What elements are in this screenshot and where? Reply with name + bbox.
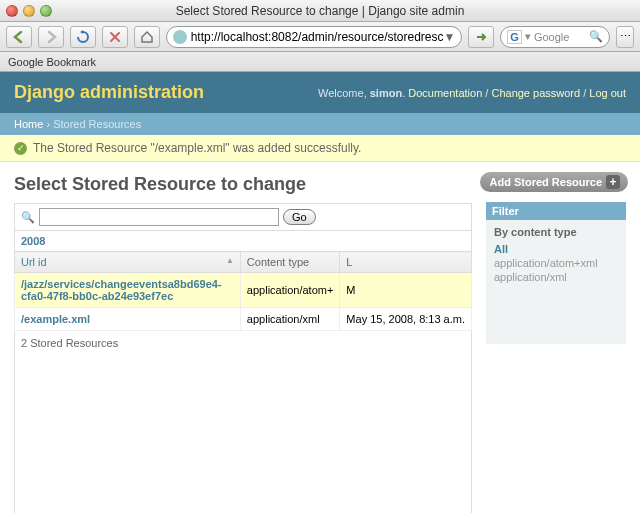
username: simon <box>370 87 402 99</box>
traffic-lights <box>6 5 52 17</box>
documentation-link[interactable]: Documentation <box>408 87 482 99</box>
django-header: Django administration Welcome, simon. Do… <box>0 72 640 113</box>
forward-button[interactable] <box>38 26 64 48</box>
reload-button[interactable] <box>70 26 96 48</box>
address-text: http://localhost:8082/admin/resource/sto… <box>191 30 444 44</box>
results-table: Url id▲ Content type L /jazz/services/ch… <box>14 251 472 331</box>
add-stored-resource-button[interactable]: Add Stored Resource + <box>480 172 628 192</box>
filter-title: By content type <box>494 226 618 238</box>
sort-asc-icon: ▲ <box>226 256 234 265</box>
browser-toolbar: http://localhost:8082/admin/resource/sto… <box>0 22 640 52</box>
branding[interactable]: Django administration <box>14 82 204 103</box>
window-title: Select Stored Resource to change | Djang… <box>176 4 465 18</box>
filter-option-all[interactable]: All <box>494 242 618 256</box>
address-bar[interactable]: http://localhost:8082/admin/resource/sto… <box>166 26 463 48</box>
search-icon[interactable]: 🔍 <box>589 30 603 43</box>
dropdown-icon[interactable]: ▼ <box>444 30 456 44</box>
breadcrumb-home[interactable]: Home <box>14 118 43 130</box>
page-title: Select Stored Resource to change <box>14 174 472 195</box>
welcome-text: Welcome, <box>318 87 367 99</box>
change-password-link[interactable]: Change password <box>491 87 580 99</box>
column-last-modified[interactable]: L <box>340 252 472 273</box>
row-last-modified: M <box>340 273 472 308</box>
column-content-type[interactable]: Content type <box>240 252 340 273</box>
site-icon <box>173 30 187 44</box>
close-window-button[interactable] <box>6 5 18 17</box>
filter-option[interactable]: application/xml <box>494 270 618 284</box>
home-button[interactable] <box>134 26 160 48</box>
pagination: 2 Stored Resources <box>14 331 472 513</box>
minimize-window-button[interactable] <box>23 5 35 17</box>
window-titlebar: Select Stored Resource to change | Djang… <box>0 0 640 22</box>
search-bar: 🔍 Go <box>14 203 472 230</box>
breadcrumb: Home › Stored Resources <box>0 113 640 135</box>
message-text: The Stored Resource "/example.xml" was a… <box>33 141 361 155</box>
row-content-type: application/xml <box>240 308 340 331</box>
search-icon: 🔍 <box>21 211 35 224</box>
main-column: Select Stored Resource to change 🔍 Go 20… <box>14 174 472 513</box>
success-icon: ✓ <box>14 142 27 155</box>
filter-option[interactable]: application/atom+xml <box>494 256 618 270</box>
table-row: /example.xml application/xml May 15, 200… <box>15 308 472 331</box>
user-tools: Welcome, simon. Documentation / Change p… <box>318 87 626 99</box>
search-box[interactable]: G▾ Google 🔍 <box>500 26 610 48</box>
date-year-link[interactable]: 2008 <box>21 235 45 247</box>
result-count: 2 Stored Resources <box>21 337 118 349</box>
back-button[interactable] <box>6 26 32 48</box>
column-url-id[interactable]: Url id▲ <box>15 252 241 273</box>
search-engine-icon: G <box>507 30 522 44</box>
row-last-modified: May 15, 2008, 8:13 a.m. <box>340 308 472 331</box>
filter-sidebar: Filter By content type All application/a… <box>486 202 626 344</box>
toolbar-menu-button[interactable]: ⋯ <box>616 26 634 48</box>
row-link[interactable]: /example.xml <box>21 313 90 325</box>
go-arrow-button[interactable] <box>468 26 494 48</box>
zoom-window-button[interactable] <box>40 5 52 17</box>
content: Add Stored Resource + Select Stored Reso… <box>0 162 640 513</box>
search-placeholder: Google <box>534 31 589 43</box>
success-message: ✓ The Stored Resource "/example.xml" was… <box>0 135 640 162</box>
search-input[interactable] <box>39 208 279 226</box>
stop-button[interactable] <box>102 26 128 48</box>
row-link[interactable]: /jazz/services/changeeventsa8bd69e4-cfa0… <box>21 278 222 302</box>
add-button-label: Add Stored Resource <box>490 176 602 188</box>
search-go-button[interactable]: Go <box>283 209 316 225</box>
logout-link[interactable]: Log out <box>589 87 626 99</box>
filter-heading: Filter <box>486 202 626 220</box>
plus-icon: + <box>606 175 620 189</box>
table-row: /jazz/services/changeeventsa8bd69e4-cfa0… <box>15 273 472 308</box>
date-hierarchy: 2008 <box>14 230 472 251</box>
breadcrumb-current: Stored Resources <box>53 118 141 130</box>
row-content-type: application/atom+ <box>240 273 340 308</box>
bookmarks-bar: Google Bookmark <box>0 52 640 72</box>
bookmark-item[interactable]: Google Bookmark <box>8 56 96 68</box>
